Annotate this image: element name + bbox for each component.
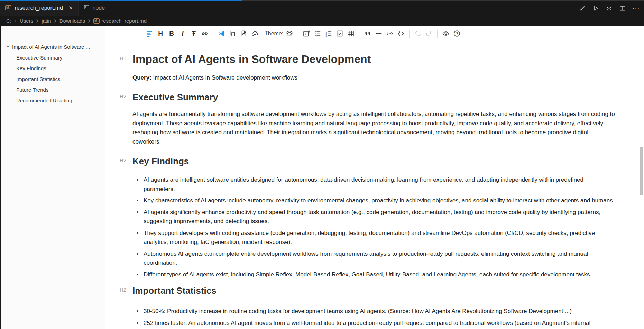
close-icon[interactable]: ✕ xyxy=(68,5,73,10)
link-icon[interactable] xyxy=(201,29,209,38)
help-icon[interactable]: ? xyxy=(453,29,461,38)
chevron-right-icon xyxy=(87,18,91,24)
redo-icon[interactable] xyxy=(425,29,433,38)
list-item: 30-50%: Productivity increase in routine… xyxy=(132,307,616,316)
top-accent-line xyxy=(0,0,242,1)
quote-icon[interactable] xyxy=(364,29,372,38)
list-item: They support developers with coding assi… xyxy=(132,229,616,247)
markdown-editor: H B I Ŧ xyxy=(105,26,644,329)
tab-label: node xyxy=(93,5,105,11)
outline-item-recommended-reading[interactable]: Recommended Reading xyxy=(1,95,105,106)
vscode-icon[interactable] xyxy=(218,29,226,38)
theme-icon[interactable]: 0 xyxy=(285,29,294,38)
chevron-right-icon xyxy=(35,18,39,24)
toolbar-separator xyxy=(213,30,213,38)
edit-pencil-icon[interactable] xyxy=(578,4,586,12)
outline-item-important-statistics[interactable]: Important Statistics xyxy=(1,74,105,84)
list-item: AI agents significantly enhance producti… xyxy=(132,208,616,226)
list-item: Key characteristics of AI agents include… xyxy=(132,196,616,205)
section-heading-executive-summary: Executive Summary xyxy=(132,91,218,103)
preview-eye-icon[interactable] xyxy=(442,29,450,38)
bullet-list-icon[interactable] xyxy=(313,29,322,38)
outline-item-executive-summary[interactable]: Executive Summary xyxy=(1,52,105,63)
copy-icon[interactable] xyxy=(229,29,237,38)
section-heading-row: H2 Key Findings xyxy=(105,155,639,167)
document-title-row: H1 Impact of AI Agents in Software Devel… xyxy=(105,52,639,66)
svg-text:0: 0 xyxy=(290,33,292,36)
outline-root-label: Impact of AI Agents in Software ... xyxy=(12,44,90,50)
tabs: M↓ research_report.md ✕ node xyxy=(0,0,644,16)
inline-code-icon[interactable] xyxy=(386,29,394,38)
chevron-down-icon xyxy=(6,44,10,50)
cloud-upload-icon[interactable] xyxy=(251,29,259,38)
list-item: Autonomous AI agents can complete entire… xyxy=(132,249,616,268)
section-heading-key-findings: Key Findings xyxy=(132,155,189,167)
breadcrumb-users[interactable]: Users xyxy=(20,18,33,24)
numbered-list-icon[interactable]: 1 2 3 xyxy=(324,29,333,38)
toolbar-separator xyxy=(359,30,359,38)
query-line: Query: Impact of AI Agents in Software d… xyxy=(132,73,616,82)
markdown-toolbar: H B I Ŧ xyxy=(105,26,644,41)
list-item: Different types of AI agents exist, incl… xyxy=(132,270,616,280)
split-editor-icon[interactable] xyxy=(619,4,626,12)
code-block-icon[interactable] xyxy=(397,29,405,38)
strikethrough-icon[interactable]: Ŧ xyxy=(190,29,198,38)
top-border-line xyxy=(242,0,644,1)
document-title: Impact of AI Agents in Software Developm… xyxy=(132,52,371,66)
checkbox-icon[interactable] xyxy=(335,29,344,38)
toolbar-separator xyxy=(437,30,438,38)
openai-icon[interactable] xyxy=(605,4,613,12)
h1-gutter-label: H1 xyxy=(120,52,132,61)
bold-icon[interactable]: B xyxy=(167,29,176,38)
outline-root-item[interactable]: Impact of AI Agents in Software ... xyxy=(1,42,105,52)
list-item: AI agents are intelligent software entit… xyxy=(132,175,616,194)
h2-gutter-label: H2 xyxy=(120,155,132,163)
toolbar-separator xyxy=(409,30,410,38)
more-actions-icon[interactable]: ··· xyxy=(632,4,640,12)
section-heading-important-statistics: Important Statistics xyxy=(132,285,217,296)
headings-outline-icon[interactable] xyxy=(145,29,154,38)
outline-sidebar: Impact of AI Agents in Software ... Exec… xyxy=(1,26,105,329)
tab-research-report[interactable]: M↓ research_report.md ✕ xyxy=(0,0,79,16)
markdown-file-icon: M↓ xyxy=(5,5,11,10)
copy-markdown-icon[interactable] xyxy=(240,29,248,38)
section-heading-row: H2 Executive Summary xyxy=(105,91,639,103)
query-text: Impact of AI Agents in Software developm… xyxy=(153,74,298,81)
outline-item-future-trends[interactable]: Future Trends xyxy=(1,84,105,95)
query-label: Query: xyxy=(132,74,151,81)
editor-actions: ··· xyxy=(578,1,640,16)
tab-label: research_report.md xyxy=(15,5,63,11)
undo-icon[interactable] xyxy=(414,29,422,38)
list-item: 252 times faster: An autonomous AI agent… xyxy=(132,319,616,328)
markdown-file-icon: M↓ xyxy=(93,18,100,24)
insert-image-icon[interactable] xyxy=(302,29,311,38)
section-heading-row: H2 Important Statistics xyxy=(105,285,639,296)
h2-gutter-label: H2 xyxy=(120,285,132,293)
breadcrumb-downloads[interactable]: Downloads xyxy=(59,18,85,24)
outline-item-key-findings[interactable]: Key Findings xyxy=(1,63,105,73)
table-icon[interactable] xyxy=(347,29,355,38)
svg-text:3: 3 xyxy=(326,35,327,37)
toolbar-separator xyxy=(298,30,298,38)
breadcrumb-drive[interactable]: C: xyxy=(6,18,11,24)
breadcrumb-jatin[interactable]: jatin xyxy=(42,18,51,24)
breadcrumb: C: Users jatin Downloads M↓ research_rep… xyxy=(0,16,644,26)
breadcrumb-file[interactable]: research_report.md xyxy=(101,18,147,24)
h2-gutter-label: H2 xyxy=(120,91,132,99)
heading-icon[interactable]: H xyxy=(156,29,165,38)
italic-icon[interactable]: I xyxy=(178,29,187,38)
tab-node[interactable]: node xyxy=(79,0,111,16)
horizontal-rule-icon[interactable] xyxy=(375,29,383,38)
important-statistics-list: 30-50%: Productivity increase in routine… xyxy=(132,307,616,328)
chevron-right-icon xyxy=(13,18,18,24)
document-preview: H1 Impact of AI Agents in Software Devel… xyxy=(105,41,639,329)
svg-text:?: ? xyxy=(456,31,458,36)
vertical-scrollbar-thumb[interactable] xyxy=(640,147,643,195)
key-findings-list: AI agents are intelligent software entit… xyxy=(132,175,616,279)
chevron-right-icon xyxy=(53,18,57,24)
run-icon[interactable] xyxy=(592,4,599,12)
theme-label: Theme: xyxy=(265,30,283,37)
terminal-icon xyxy=(84,4,90,11)
tab-strip: M↓ research_report.md ✕ node xyxy=(0,0,644,16)
executive-summary-paragraph: AI agents are fundamentally transforming… xyxy=(132,110,616,146)
